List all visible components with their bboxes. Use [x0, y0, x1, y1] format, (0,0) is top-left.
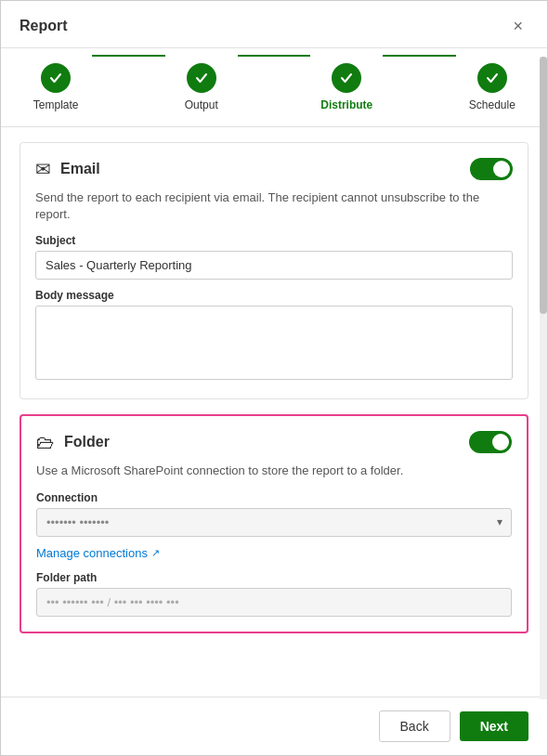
next-button[interactable]: Next [460, 711, 528, 741]
body-label: Body message [35, 289, 513, 302]
folder-section-header: 🗁 Folder [36, 431, 512, 453]
email-title-area: ✉ Email [35, 158, 100, 180]
connection-label: Connection [36, 491, 512, 504]
folder-description: Use a Microsoft SharePoint connection to… [36, 463, 512, 479]
body-textarea[interactable] [35, 306, 513, 380]
step-circle-output [187, 63, 216, 93]
step-label-template: Template [33, 98, 79, 111]
email-section-header: ✉ Email [35, 158, 513, 180]
report-dialog: Report × Template Outp [0, 0, 548, 756]
step-line-3 [383, 55, 455, 57]
manage-connections-label: Manage connections [36, 546, 148, 560]
folder-path-input[interactable] [36, 588, 512, 617]
folder-path-label: Folder path [36, 571, 512, 584]
folder-icon: 🗁 [36, 432, 55, 453]
folder-section: 🗁 Folder Use a Microsoft SharePoint conn… [20, 414, 528, 632]
dialog-header: Report × [1, 1, 547, 48]
step-distribute: Distribute [320, 63, 372, 111]
step-label-distribute: Distribute [320, 98, 372, 111]
dialog-body: ✉ Email Send the report to each recipien… [1, 127, 547, 697]
subject-label: Subject [35, 234, 513, 247]
stepper: Template Output Di [1, 48, 547, 127]
step-circle-template [41, 63, 71, 93]
step-schedule: Schedule [469, 63, 515, 111]
email-toggle[interactable] [470, 158, 513, 180]
step-circle-distribute [332, 63, 361, 93]
folder-title-area: 🗁 Folder [36, 432, 110, 453]
step-line-1 [92, 55, 164, 57]
step-template: Template [33, 63, 79, 111]
folder-toggle[interactable] [469, 431, 512, 453]
back-button[interactable]: Back [379, 710, 450, 742]
dialog-title: Report [20, 18, 68, 34]
external-link-icon: ↗ [151, 547, 160, 559]
dialog-footer: Back Next [1, 697, 547, 755]
step-output: Output [185, 63, 218, 111]
close-button[interactable]: × [507, 16, 528, 36]
connection-select-wrapper: ••••••• ••••••• ▾ [36, 508, 512, 537]
folder-title: Folder [64, 434, 110, 450]
scrollbar[interactable] [540, 57, 547, 699]
step-label-schedule: Schedule [469, 98, 515, 111]
step-label-output: Output [185, 98, 218, 111]
connection-select[interactable]: ••••••• ••••••• [36, 508, 512, 537]
email-icon: ✉ [35, 158, 51, 180]
email-section: ✉ Email Send the report to each recipien… [20, 142, 528, 399]
scroll-thumb [540, 57, 547, 314]
email-description: Send the report to each recipient via em… [35, 189, 513, 223]
step-circle-schedule [477, 63, 507, 93]
subject-input[interactable] [35, 251, 513, 280]
email-title: Email [60, 161, 100, 177]
step-line-2 [238, 55, 310, 57]
manage-connections-link[interactable]: Manage connections ↗ [36, 546, 160, 560]
